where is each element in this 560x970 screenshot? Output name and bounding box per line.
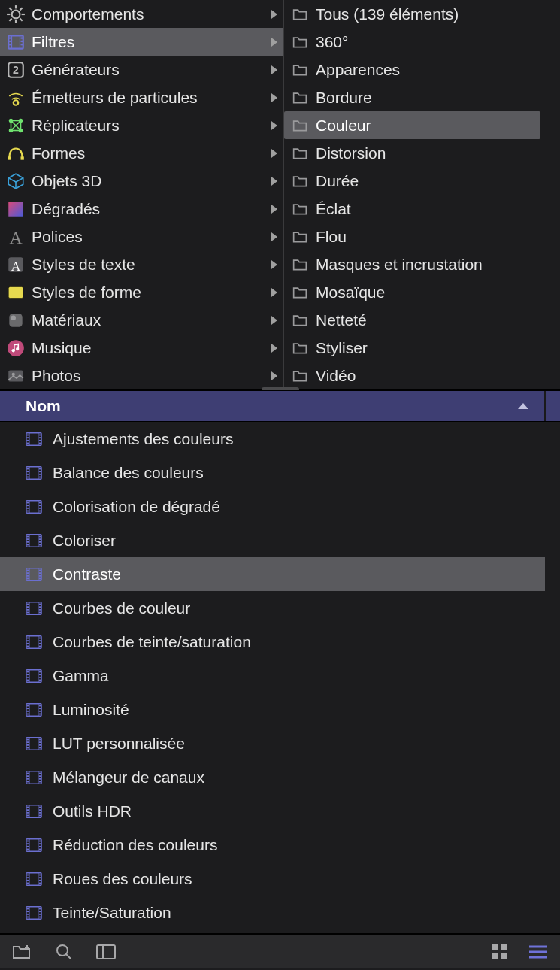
shape-icon [5,142,27,165]
folder-icon [290,341,310,356]
category-label: Comportements [27,5,271,23]
list-item[interactable]: Réduction des couleurs [0,828,560,862]
subcategory-row[interactable]: 360° [284,28,560,56]
new-folder-button[interactable] [11,941,33,963]
category-label: Formes [27,144,271,162]
list-item[interactable]: Ajustements des couleurs [0,422,560,456]
svg-rect-66 [501,944,507,950]
category-row[interactable]: Objets 3D [0,167,283,195]
category-row[interactable]: Comportements [0,0,283,28]
list-item-label: Balance des couleurs [45,464,204,482]
folder-icon [290,257,310,272]
subcategory-label: Styliser [310,339,368,357]
category-row[interactable]: Réplicateurs [0,111,283,139]
category-row[interactable]: Formes [0,139,283,167]
category-row[interactable]: Émetteurs de particules [0,83,283,111]
folder-icon [290,62,310,77]
subcategory-row[interactable]: Bordure [284,83,560,111]
chevron-right-icon [271,38,277,47]
chevron-right-icon [271,65,277,74]
category-label: Styles de forme [27,283,271,302]
scrollbar-track[interactable] [545,422,560,933]
list-view-button[interactable] [527,941,549,963]
category-row[interactable]: Filtres [0,28,283,56]
subcategory-row[interactable]: Couleur [284,111,540,139]
chevron-right-icon [271,371,277,380]
list-item[interactable]: Teinte/Saturation [0,896,560,929]
filter-item-icon [23,633,45,651]
folder-icon [290,118,310,133]
category-label: Photos [27,367,271,385]
subcategory-row[interactable]: Flou [284,223,560,250]
subcategory-row[interactable]: Apparences [284,56,560,83]
category-row[interactable]: Photos [0,362,283,389]
list-item[interactable]: Balance des couleurs [0,456,560,490]
category-row[interactable]: Styles de texte [0,250,283,278]
chevron-right-icon [271,316,277,325]
list-item-label: Teinte/Saturation [45,904,171,922]
category-row[interactable]: Dégradés [0,195,283,223]
category-row[interactable]: Polices [0,223,283,250]
category-label: Émetteurs de particules [27,89,271,107]
list-item-label: Gamma [45,667,109,685]
list-item[interactable]: LUT personnalisée [0,726,560,760]
subcategory-row[interactable]: Vidéo [284,362,560,389]
list-item[interactable]: Outils HDR [0,794,560,828]
list-item[interactable]: Courbes de teinte/saturation [0,625,560,659]
filter-item-icon [23,904,45,922]
filter-item-icon [23,735,45,753]
emitter-icon [5,86,27,109]
chevron-right-icon [271,232,277,241]
cube3d-icon [5,170,27,192]
subcategory-label: Éclat [310,200,351,218]
subcategory-row[interactable]: Mosaïque [284,278,560,306]
list-item-label: Ajustements des couleurs [45,430,233,448]
folder-icon [290,146,310,161]
subcategory-label: Tous (139 éléments) [310,5,459,23]
svg-line-62 [66,954,71,959]
list-item-label: Outils HDR [45,802,132,820]
filter-item-icon [23,532,45,550]
list-column-header-nom[interactable]: Nom [0,390,560,422]
list-item[interactable]: Mélangeur de canaux [0,760,560,794]
category-label: Musique [27,339,271,357]
chevron-right-icon [271,288,277,297]
subcategory-label: Mosaïque [310,283,385,302]
subcategory-row[interactable]: Durée [284,167,560,195]
subcategory-label: Flou [310,228,347,246]
filter-item-icon [23,836,45,854]
list-item[interactable]: Courbes de couleur [0,591,560,625]
sidebar-toggle-button[interactable] [95,941,117,963]
subcategory-label: Couleur [310,117,371,135]
replicator-icon [5,114,27,137]
search-button[interactable] [53,941,75,963]
list-item[interactable]: Roues des couleurs [0,862,560,896]
list-item[interactable]: Coloriser [0,523,560,557]
list-item[interactable]: Luminosité [0,693,560,726]
column-resize-handle[interactable] [544,391,546,421]
list-item[interactable]: Contraste [0,557,545,591]
shapestyle-icon [5,281,27,304]
fontA-icon [5,226,27,248]
list-item[interactable]: Colorisation de dégradé [0,490,560,523]
subcategory-row[interactable]: Masques et incrustation [284,250,560,278]
subcategory-row[interactable]: Netteté [284,306,560,334]
items-list: Ajustements des couleursBalance des coul… [0,422,560,933]
music-icon [5,337,27,359]
photos-icon [5,365,27,387]
category-row[interactable]: Matériaux [0,306,283,334]
subcategory-row[interactable]: Éclat [284,195,560,223]
filter-item-icon [23,768,45,787]
list-item[interactable]: Gamma [0,659,560,693]
category-row[interactable]: Styles de forme [0,278,283,306]
grid-view-button[interactable] [488,941,510,963]
subcategory-row[interactable]: Styliser [284,334,560,362]
svg-rect-63 [97,945,115,959]
subcategory-column: Tous (139 éléments)360°ApparencesBordure… [283,0,560,389]
chevron-right-icon [271,205,277,214]
category-row[interactable]: Musique [0,334,283,362]
category-row[interactable]: Générateurs [0,56,283,83]
subcategory-row[interactable]: Tous (139 éléments) [284,0,560,28]
subcategory-row[interactable]: Distorsion [284,139,560,167]
list-item-label: Coloriser [45,532,116,550]
